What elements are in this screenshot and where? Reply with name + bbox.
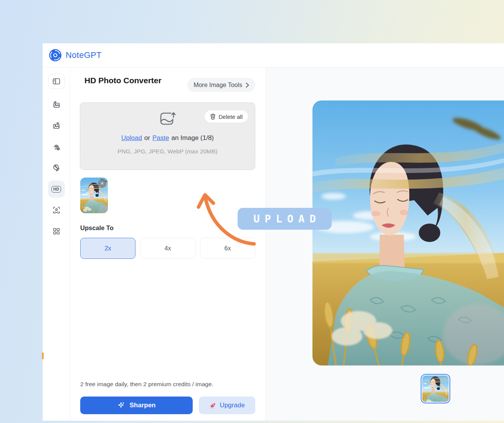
trash-icon bbox=[210, 114, 216, 120]
apps-grid-icon bbox=[52, 227, 61, 236]
sharpen-button[interactable]: Sharpen bbox=[80, 397, 193, 414]
sidebar-toggle-icon bbox=[52, 77, 61, 86]
dropzone-instruction: UploadorPastean Image (1/8) bbox=[80, 134, 255, 142]
upscale-to-label: Upscale To bbox=[80, 224, 114, 232]
colorize-icon bbox=[52, 163, 61, 173]
edge-marker bbox=[42, 352, 44, 359]
image-restore-icon bbox=[52, 121, 61, 130]
sidebar-item-ai-detector[interactable] bbox=[48, 138, 65, 155]
notegpt-logo-icon bbox=[49, 49, 62, 62]
sparkle-icon bbox=[117, 401, 126, 410]
brand-name: NoteGPT bbox=[66, 50, 102, 60]
sidebar-item-image-convert[interactable] bbox=[48, 96, 65, 113]
sidebar-item-more-apps[interactable] bbox=[48, 223, 65, 240]
upload-dropzone[interactable]: Delete all UploadorPastean Image (1/8) P… bbox=[80, 102, 255, 170]
preview-area bbox=[266, 67, 504, 421]
sidebar-item-image-restore[interactable] bbox=[48, 117, 65, 134]
uploaded-image-thumbnail[interactable]: × bbox=[80, 178, 108, 213]
delete-all-button[interactable]: Delete all bbox=[205, 110, 248, 123]
preview-thumbnail-selected[interactable] bbox=[421, 374, 450, 403]
upload-image-icon bbox=[159, 111, 177, 127]
annotation-arrow-icon bbox=[196, 189, 261, 251]
scale-option-4x[interactable]: 4x bbox=[140, 238, 195, 259]
credits-note: 2 free image daily, then 2 premium credi… bbox=[80, 381, 213, 388]
upgrade-button[interactable]: Upgrade bbox=[199, 397, 255, 414]
more-image-tools-button[interactable]: More Image Tools bbox=[187, 78, 255, 92]
sidebar: HD bbox=[43, 67, 70, 421]
scale-option-2x[interactable]: 2x bbox=[80, 238, 136, 259]
upgrade-label: Upgrade bbox=[220, 402, 245, 409]
remove-thumbnail-button[interactable]: × bbox=[98, 179, 106, 188]
tool-panel: HD Photo Converter More Image Tools bbox=[70, 67, 266, 421]
formats-hint: PNG, JPG, JPEG, WebP (max 20MB) bbox=[80, 148, 255, 155]
sidebar-toggle-button[interactable] bbox=[48, 74, 64, 89]
page-title: HD Photo Converter bbox=[84, 76, 162, 85]
preview-image bbox=[312, 100, 504, 365]
upload-link[interactable]: Upload bbox=[121, 134, 142, 142]
delete-all-label: Delete all bbox=[218, 114, 243, 120]
fingerprint-detector-icon bbox=[52, 142, 61, 151]
face-scan-icon bbox=[52, 206, 61, 215]
paste-link[interactable]: Paste bbox=[152, 134, 169, 142]
app-window: NoteGPT bbox=[43, 43, 504, 421]
sidebar-item-face-tools[interactable] bbox=[48, 202, 65, 219]
more-image-tools-label: More Image Tools bbox=[193, 82, 242, 89]
app-header: NoteGPT bbox=[43, 43, 504, 67]
rocket-icon bbox=[209, 402, 216, 409]
hd-icon: HD bbox=[51, 186, 61, 193]
sharpen-label: Sharpen bbox=[129, 402, 155, 409]
image-convert-icon bbox=[52, 100, 61, 109]
sidebar-item-colorize[interactable] bbox=[48, 160, 65, 176]
chevron-right-icon bbox=[246, 82, 249, 88]
sidebar-item-hd-converter[interactable]: HD bbox=[48, 181, 65, 198]
